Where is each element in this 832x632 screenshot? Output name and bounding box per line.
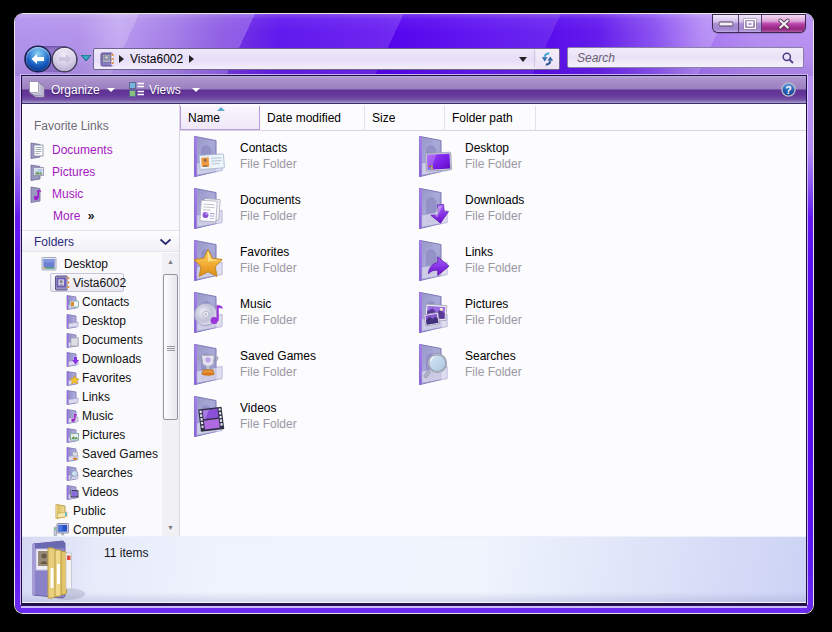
- svg-text:?: ?: [785, 84, 791, 96]
